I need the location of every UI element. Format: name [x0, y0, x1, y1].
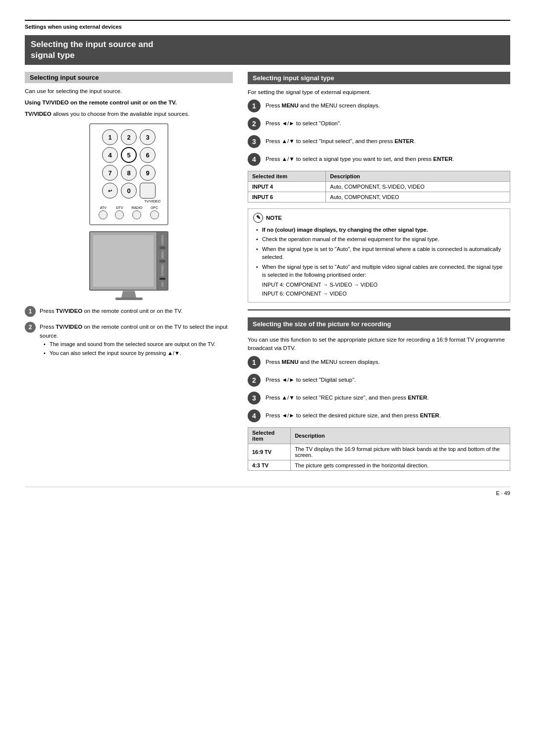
remote-row-3: 7 8 9	[95, 165, 162, 181]
remote-btn-3: 3	[140, 129, 156, 145]
right-step-2-text: Press ◄/► to select "Option".	[266, 117, 341, 128]
left-intro: Can use for selecting the input source.	[25, 87, 233, 96]
table2-43tv-label: 4:3 TV	[248, 460, 291, 470]
tv-tvvideo-label: TV/VIDEO	[161, 264, 164, 276]
tv-power-btn	[160, 247, 165, 249]
section-divider-top	[25, 20, 510, 21]
btn-radio	[132, 210, 141, 219]
right-step-4-circle: 4	[248, 153, 261, 166]
right-step-2: 2 Press ◄/► to select "Option".	[248, 117, 510, 130]
left-step-1-circle: 1	[25, 306, 36, 317]
btn-opc-group: OPC	[150, 206, 159, 219]
main-title-box: Selecting the input source and signal ty…	[25, 35, 510, 65]
left-step-1: 1 Press TV/VIDEO on the remote control u…	[25, 306, 233, 317]
btn-dtv-label: DTV	[116, 206, 123, 209]
page-wrapper: Settings when using external devices Sel…	[25, 20, 510, 756]
right-step-4-text: Press ▲/▼ to select a signal type you wa…	[266, 153, 454, 163]
left-step-2-circle: 2	[25, 322, 36, 333]
rec-step-4-circle: 4	[248, 409, 261, 422]
table1-input6-label: INPUT 6	[248, 192, 326, 202]
left-step-1-text: Press TV/VIDEO on the remote control uni…	[40, 306, 182, 315]
note-icon: ✎	[253, 213, 263, 223]
right-step-1-text: Press MENU and the MENU screen displays.	[266, 100, 380, 110]
tv-tvvideo-btn	[160, 278, 165, 280]
table-row: 4:3 TV The picture gets compressed in th…	[248, 460, 510, 470]
remote-row-4: ↩ 0	[95, 183, 162, 199]
remote-btn-8: 8	[121, 165, 137, 181]
right-step-4: 4 Press ▲/▼ to select a signal type you …	[248, 153, 510, 166]
remote-btn-6: 6	[140, 147, 156, 163]
left-step-2: 2 Press TV/VIDEO on the remote control u…	[25, 322, 233, 358]
table2-169tv-label: 16:9 TV	[248, 444, 291, 460]
right-step-3-circle: 3	[248, 135, 261, 148]
tv-power-label: POWER	[161, 235, 164, 245]
table-row: INPUT 6 Auto, COMPONENT, VIDEO	[248, 192, 510, 202]
input-signal-table: Selected item Description INPUT 4 Auto, …	[248, 171, 510, 202]
tv-body: POWER MENU TV/VIDEO OFF	[89, 231, 168, 291]
main-title: Selecting the input source and signal ty…	[31, 39, 504, 61]
recording-section-title: Selecting the size of the picture for re…	[248, 317, 510, 331]
note-item-3: When the signal type is set to "Auto", t…	[255, 245, 505, 261]
table2-169tv-desc: The TV displays the 16:9 format picture …	[291, 444, 510, 460]
signal-intro: For setting the signal type of external …	[248, 88, 510, 97]
remote-btn-rect	[140, 183, 156, 199]
rec-step-2: 2 Press ◄/► to select "Digital setup".	[248, 374, 510, 387]
table-row: 16:9 TV The TV displays the 16:9 format …	[248, 444, 510, 460]
right-step-2-circle: 2	[248, 117, 261, 130]
bullet-1: The image and sound from the selected so…	[44, 340, 233, 349]
bullet-2: You can also select the input source by …	[44, 349, 233, 357]
btn-atv-group: ATV	[99, 206, 107, 219]
rec-step-3-text: Press ▲/▼ to select "REC picture size", …	[266, 392, 428, 402]
btn-opc	[150, 210, 159, 219]
note-header: ✎ NOTE	[253, 213, 505, 223]
remote-btn-s: ↩	[102, 183, 118, 199]
rec-step-2-text: Press ◄/► to select "Digital setup".	[266, 374, 356, 384]
tv-stand-area	[84, 291, 173, 300]
table2-43tv-desc: The picture gets compressed in the horiz…	[291, 460, 510, 470]
table1-header-desc: Description	[326, 171, 510, 181]
left-column: Selecting input source Can use for selec…	[25, 72, 233, 477]
tv-stand	[121, 291, 136, 298]
btn-radio-group: RADIO	[131, 206, 142, 219]
left-bold-instruction: Using TV/VIDEO on the remote control uni…	[25, 99, 233, 107]
table2-header-item: Selected item	[248, 427, 291, 444]
remote-row-1: 1 2 3	[95, 129, 162, 145]
remote-btn-5: 5	[121, 147, 137, 163]
rec-size-table: Selected item Description 16:9 TV The TV…	[248, 427, 510, 471]
note-label: NOTE	[266, 215, 282, 221]
right-column: Selecting input signal type For setting …	[248, 72, 510, 477]
remote-btn-7: 7	[102, 165, 118, 181]
bottom-btn-row: ATV DTV RADIO OPC	[95, 206, 162, 219]
tv-menu-label: MENU	[161, 251, 164, 258]
right-step-3: 3 Press ▲/▼ to select "Input select", an…	[248, 135, 510, 148]
btn-dtv	[115, 210, 124, 219]
tv-video-label: TV/VIDEO	[95, 200, 162, 203]
rec-step-1-text: Press MENU and the MENU screen displays.	[266, 356, 380, 366]
bottom-bar: E · 49	[25, 487, 510, 496]
rec-step-4-text: Press ◄/► to select the desired picture …	[266, 409, 441, 420]
tv-base	[115, 298, 143, 300]
btn-dtv-group: DTV	[115, 206, 124, 219]
table2-header-desc: Description	[291, 427, 510, 444]
section-label: Settings when using external devices	[25, 23, 510, 31]
btn-atv	[99, 210, 107, 219]
rec-step-1: 1 Press MENU and the MENU screen display…	[248, 356, 510, 369]
remote-row-2: 4 5 6	[95, 147, 162, 163]
left-step-2-bullets: The image and sound from the selected so…	[40, 340, 233, 357]
tv-diagram-area: POWER MENU TV/VIDEO OFF	[25, 231, 233, 300]
rec-step-3: 3 Press ▲/▼ to select "REC picture size"…	[248, 392, 510, 404]
rec-step-4: 4 Press ◄/► to select the desired pictur…	[248, 409, 510, 422]
tv-off-label: OFF	[161, 282, 164, 287]
remote-diagram: 1 2 3 4 5 6 7 8 9	[89, 123, 168, 225]
table1-input4-label: INPUT 4	[248, 181, 326, 192]
note-item-1: If no (colour) image displays, try chang…	[255, 226, 505, 234]
rec-step-2-circle: 2	[248, 374, 261, 387]
right-step-3-text: Press ▲/▼ to select "Input select", and …	[266, 135, 416, 146]
tv-screen	[93, 235, 154, 287]
two-column-layout: Selecting input source Can use for selec…	[25, 72, 510, 477]
input-signal-header: Selecting input signal type	[248, 72, 510, 84]
recording-section-divider	[248, 309, 510, 310]
rec-step-3-circle: 3	[248, 392, 261, 404]
right-step-1-circle: 1	[248, 100, 261, 112]
btn-opc-label: OPC	[151, 206, 158, 209]
